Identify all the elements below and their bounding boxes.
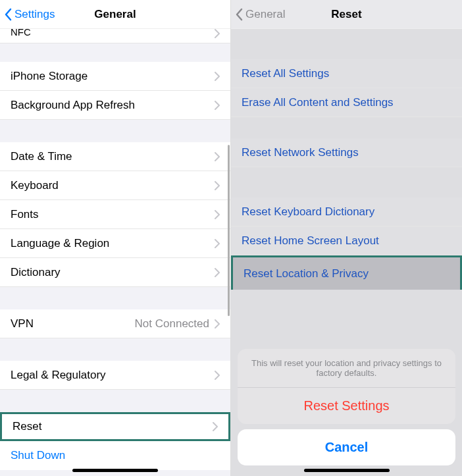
row-label: Shut Down <box>11 449 220 462</box>
row-dictionary[interactable]: Dictionary <box>0 258 230 287</box>
row-label: Fonts <box>11 208 215 221</box>
chevron-right-icon <box>215 29 220 38</box>
general-settings-screen: Settings General NFC iPhone Storage Back… <box>0 0 231 476</box>
reset-list: Reset All Settings Erase All Content and… <box>231 29 462 290</box>
chevron-right-icon <box>215 239 220 248</box>
chevron-right-icon <box>215 101 220 110</box>
row-keyboard[interactable]: Keyboard <box>0 171 230 200</box>
row-label: Reset Location & Privacy <box>244 267 449 280</box>
chevron-right-icon <box>215 181 220 190</box>
row-fonts[interactable]: Fonts <box>0 200 230 229</box>
chevron-right-icon <box>213 422 218 431</box>
chevron-right-icon <box>215 319 220 329</box>
row-label: Reset Keyboard Dictionary <box>242 205 451 219</box>
row-legal-regulatory[interactable]: Legal & Regulatory <box>0 361 230 390</box>
back-label: Settings <box>14 8 55 21</box>
nav-bar: General Reset <box>231 0 462 29</box>
row-iphone-storage[interactable]: iPhone Storage <box>0 62 230 91</box>
row-label: Reset <box>13 420 213 433</box>
row-label: Erase All Content and Settings <box>242 96 451 109</box>
chevron-right-icon <box>215 371 220 380</box>
row-shut-down[interactable]: Shut Down <box>0 441 230 470</box>
reset-screen: General Reset Reset All Settings Erase A… <box>231 0 462 476</box>
row-background-app-refresh[interactable]: Background App Refresh <box>0 91 230 120</box>
cancel-button[interactable]: Cancel <box>238 429 455 465</box>
row-reset-location-privacy[interactable]: Reset Location & Privacy <box>231 255 462 290</box>
row-label: Dictionary <box>11 266 215 279</box>
row-label: Reset Home Screen Layout <box>242 234 451 248</box>
chevron-right-icon <box>215 72 220 81</box>
row-label: iPhone Storage <box>11 70 215 83</box>
back-label: General <box>245 8 285 21</box>
row-reset[interactable]: Reset <box>0 412 230 441</box>
row-reset-home-screen[interactable]: Reset Home Screen Layout <box>231 226 462 255</box>
row-label: Language & Region <box>11 237 215 250</box>
back-button-settings[interactable]: Settings <box>0 8 55 21</box>
row-nfc[interactable]: NFC <box>0 29 230 43</box>
chevron-right-icon <box>215 210 220 219</box>
row-label: Legal & Regulatory <box>11 369 215 382</box>
home-indicator <box>72 469 158 472</box>
reset-settings-button[interactable]: Reset Settings <box>238 388 455 424</box>
vpn-status: Not Connected <box>135 317 209 331</box>
back-button-general[interactable]: General <box>231 8 285 21</box>
row-label: Keyboard <box>11 179 215 192</box>
row-label: Reset All Settings <box>242 67 451 80</box>
row-date-time[interactable]: Date & Time <box>0 142 230 171</box>
nav-bar: Settings General <box>0 0 230 29</box>
row-label: VPN <box>11 317 135 331</box>
row-erase-all-content[interactable]: Erase All Content and Settings <box>231 88 462 117</box>
row-label: Reset Network Settings <box>242 146 451 159</box>
row-reset-network[interactable]: Reset Network Settings <box>231 138 462 167</box>
settings-list: NFC iPhone Storage Background App Refres… <box>0 29 230 470</box>
row-reset-keyboard-dictionary[interactable]: Reset Keyboard Dictionary <box>231 198 462 226</box>
home-indicator <box>304 469 390 472</box>
row-label: Date & Time <box>11 150 215 163</box>
action-sheet-card: This will reset your location and privac… <box>238 349 455 424</box>
row-language-region[interactable]: Language & Region <box>0 229 230 258</box>
chevron-left-icon <box>4 8 12 21</box>
action-sheet-message: This will reset your location and privac… <box>238 349 455 388</box>
chevron-right-icon <box>215 268 220 277</box>
scroll-indicator <box>228 145 230 316</box>
row-reset-all-settings[interactable]: Reset All Settings <box>231 59 462 88</box>
row-vpn[interactable]: VPN Not Connected <box>0 309 230 338</box>
chevron-left-icon <box>235 8 243 21</box>
chevron-right-icon <box>215 152 220 161</box>
row-label: NFC <box>11 26 215 38</box>
row-label: Background App Refresh <box>11 99 215 112</box>
action-sheet: This will reset your location and privac… <box>238 349 455 465</box>
